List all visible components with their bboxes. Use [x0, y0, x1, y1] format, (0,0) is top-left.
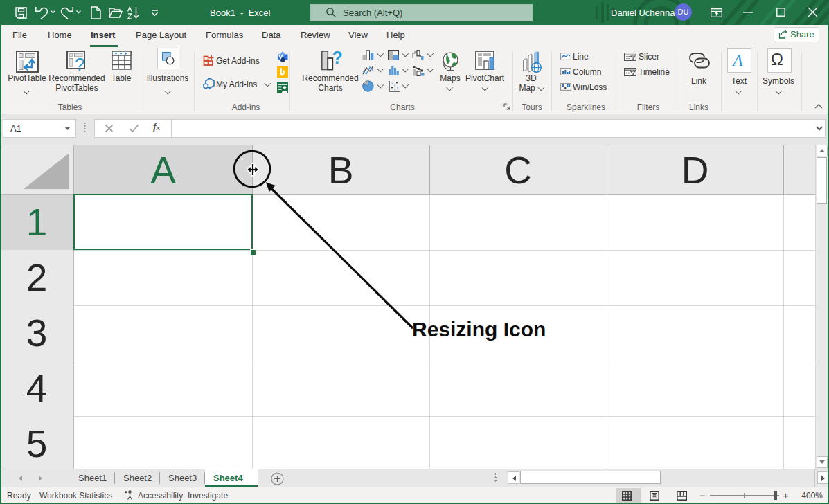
svg-text:?: ? — [332, 51, 343, 67]
svg-text:A: A — [731, 52, 743, 69]
svg-text:?: ? — [75, 54, 84, 73]
